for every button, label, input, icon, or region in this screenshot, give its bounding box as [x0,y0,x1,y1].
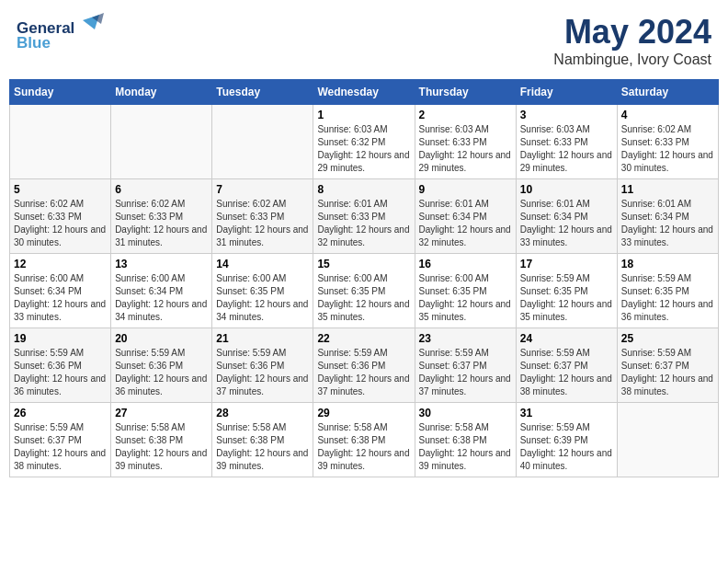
day-info: Sunrise: 5:58 AMSunset: 6:38 PMDaylight:… [115,422,207,471]
day-number: 17 [520,258,613,270]
day-of-week-header: Monday [111,80,212,105]
day-info: Sunrise: 5:59 AMSunset: 6:35 PMDaylight:… [621,273,713,322]
day-number: 12 [14,258,107,270]
day-info: Sunrise: 6:00 AMSunset: 6:35 PMDaylight:… [216,273,308,322]
day-info: Sunrise: 6:00 AMSunset: 6:35 PMDaylight:… [419,273,511,322]
calendar-day-cell: 10 Sunrise: 6:01 AMSunset: 6:34 PMDaylig… [516,179,617,254]
day-number: 11 [621,183,714,196]
day-number: 2 [419,109,512,121]
day-number: 5 [14,183,107,196]
calendar-table: SundayMondayTuesdayWednesdayThursdayFrid… [9,79,719,477]
day-number: 7 [216,183,309,196]
day-number: 15 [317,258,410,270]
calendar-location: Nambingue, Ivory Coast [553,52,711,68]
calendar-day-cell: 7 Sunrise: 6:02 AMSunset: 6:33 PMDayligh… [212,179,313,254]
day-number: 25 [621,332,714,345]
day-number: 26 [14,407,107,419]
day-number: 8 [317,183,410,196]
day-info: Sunrise: 5:58 AMSunset: 6:38 PMDaylight:… [419,422,511,471]
day-number: 14 [216,258,309,270]
day-number: 28 [216,407,309,419]
calendar-day-cell [111,105,212,179]
calendar-title-block: May 2024 Nambingue, Ivory Coast [553,13,711,68]
day-info: Sunrise: 5:59 AMSunset: 6:36 PMDaylight:… [216,348,308,396]
page-header: General Blue May 2024 Nambingue, Ivory C… [9,9,719,72]
calendar-day-cell: 27 Sunrise: 5:58 AMSunset: 6:38 PMDaylig… [111,403,212,477]
day-number: 13 [115,258,208,270]
calendar-day-cell [617,403,718,477]
day-info: Sunrise: 5:59 AMSunset: 6:36 PMDaylight:… [317,348,409,396]
day-info: Sunrise: 5:59 AMSunset: 6:35 PMDaylight:… [520,273,612,322]
calendar-day-cell: 6 Sunrise: 6:02 AMSunset: 6:33 PMDayligh… [111,179,212,254]
calendar-day-cell: 23 Sunrise: 5:59 AMSunset: 6:37 PMDaylig… [415,328,516,403]
day-info: Sunrise: 5:59 AMSunset: 6:37 PMDaylight:… [419,348,511,396]
calendar-day-cell: 18 Sunrise: 5:59 AMSunset: 6:35 PMDaylig… [617,254,718,328]
day-number: 19 [14,332,107,345]
day-info: Sunrise: 6:03 AMSunset: 6:33 PMDaylight:… [419,124,511,173]
day-info: Sunrise: 6:03 AMSunset: 6:32 PMDaylight:… [317,124,409,173]
day-number: 4 [621,109,714,121]
calendar-month-year: May 2024 [553,13,711,52]
day-number: 10 [520,183,613,196]
day-number: 6 [115,183,208,196]
day-info: Sunrise: 6:01 AMSunset: 6:33 PMDaylight:… [317,199,409,247]
calendar-day-cell: 21 Sunrise: 5:59 AMSunset: 6:36 PMDaylig… [212,328,313,403]
calendar-week-row: 1 Sunrise: 6:03 AMSunset: 6:32 PMDayligh… [10,105,719,179]
calendar-day-cell: 15 Sunrise: 6:00 AMSunset: 6:35 PMDaylig… [313,254,415,328]
day-number: 16 [419,258,512,270]
calendar-day-cell: 22 Sunrise: 5:59 AMSunset: 6:36 PMDaylig… [313,328,415,403]
day-info: Sunrise: 6:01 AMSunset: 6:34 PMDaylight:… [520,199,612,247]
calendar-day-cell: 4 Sunrise: 6:02 AMSunset: 6:33 PMDayligh… [617,105,718,179]
calendar-day-cell: 31 Sunrise: 5:59 AMSunset: 6:39 PMDaylig… [516,403,617,477]
calendar-day-cell: 28 Sunrise: 5:58 AMSunset: 6:38 PMDaylig… [212,403,313,477]
day-info: Sunrise: 5:59 AMSunset: 6:36 PMDaylight:… [115,348,207,396]
calendar-day-cell: 11 Sunrise: 6:01 AMSunset: 6:34 PMDaylig… [617,179,718,254]
calendar-day-cell: 30 Sunrise: 5:58 AMSunset: 6:38 PMDaylig… [415,403,516,477]
calendar-day-cell: 1 Sunrise: 6:03 AMSunset: 6:32 PMDayligh… [313,105,415,179]
day-info: Sunrise: 5:58 AMSunset: 6:38 PMDaylight:… [216,422,308,471]
day-number: 30 [419,407,512,419]
day-of-week-header: Saturday [617,80,718,105]
calendar-week-row: 19 Sunrise: 5:59 AMSunset: 6:36 PMDaylig… [10,328,719,403]
calendar-day-cell: 3 Sunrise: 6:03 AMSunset: 6:33 PMDayligh… [516,105,617,179]
day-info: Sunrise: 5:59 AMSunset: 6:37 PMDaylight:… [621,348,713,396]
day-info: Sunrise: 6:01 AMSunset: 6:34 PMDaylight:… [621,199,713,247]
calendar-day-cell: 9 Sunrise: 6:01 AMSunset: 6:34 PMDayligh… [415,179,516,254]
calendar-day-cell: 24 Sunrise: 5:59 AMSunset: 6:37 PMDaylig… [516,328,617,403]
day-number: 24 [520,332,613,345]
day-number: 21 [216,332,309,345]
calendar-day-cell: 13 Sunrise: 6:00 AMSunset: 6:34 PMDaylig… [111,254,212,328]
day-of-week-header: Thursday [415,80,516,105]
day-of-week-header: Sunday [10,80,111,105]
day-number: 31 [520,407,613,419]
day-info: Sunrise: 6:00 AMSunset: 6:35 PMDaylight:… [317,273,409,322]
calendar-day-cell: 8 Sunrise: 6:01 AMSunset: 6:33 PMDayligh… [313,179,415,254]
calendar-day-cell: 17 Sunrise: 5:59 AMSunset: 6:35 PMDaylig… [516,254,617,328]
day-info: Sunrise: 6:02 AMSunset: 6:33 PMDaylight:… [14,199,106,247]
day-number: 22 [317,332,410,345]
day-number: 1 [317,109,410,121]
logo: General Blue [17,13,108,54]
calendar-day-cell: 2 Sunrise: 6:03 AMSunset: 6:33 PMDayligh… [415,105,516,179]
calendar-day-cell: 14 Sunrise: 6:00 AMSunset: 6:35 PMDaylig… [212,254,313,328]
calendar-week-row: 26 Sunrise: 5:59 AMSunset: 6:37 PMDaylig… [10,403,719,477]
day-info: Sunrise: 5:59 AMSunset: 6:39 PMDaylight:… [520,422,612,471]
calendar-week-row: 12 Sunrise: 6:00 AMSunset: 6:34 PMDaylig… [10,254,719,328]
calendar-day-cell [212,105,313,179]
day-of-week-header: Tuesday [212,80,313,105]
day-info: Sunrise: 6:00 AMSunset: 6:34 PMDaylight:… [14,273,106,322]
day-number: 9 [419,183,512,196]
day-number: 23 [419,332,512,345]
day-number: 3 [520,109,613,121]
day-number: 20 [115,332,208,345]
day-info: Sunrise: 6:00 AMSunset: 6:34 PMDaylight:… [115,273,207,322]
calendar-day-cell: 12 Sunrise: 6:00 AMSunset: 6:34 PMDaylig… [10,254,111,328]
day-info: Sunrise: 6:03 AMSunset: 6:33 PMDaylight:… [520,124,612,173]
day-of-week-header: Wednesday [313,80,415,105]
calendar-day-cell: 29 Sunrise: 5:58 AMSunset: 6:38 PMDaylig… [313,403,415,477]
day-info: Sunrise: 6:02 AMSunset: 6:33 PMDaylight:… [115,199,207,247]
day-info: Sunrise: 5:58 AMSunset: 6:38 PMDaylight:… [317,422,409,471]
calendar-week-row: 5 Sunrise: 6:02 AMSunset: 6:33 PMDayligh… [10,179,719,254]
day-info: Sunrise: 6:02 AMSunset: 6:33 PMDaylight:… [621,124,713,173]
svg-text:Blue: Blue [17,34,51,52]
